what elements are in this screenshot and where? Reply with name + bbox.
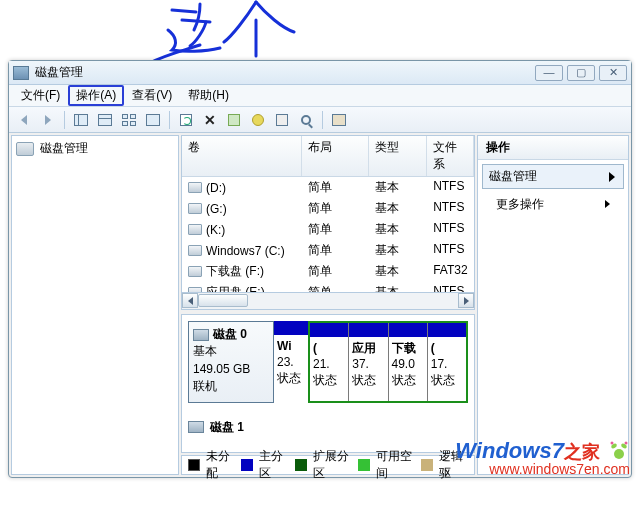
volume-layout: 简单 [302,220,368,239]
volume-type: 基本 [369,220,427,239]
view-split-v-button[interactable] [70,110,92,130]
disk-management-window: 磁盘管理 — ▢ ✕ 文件(F) 操作(A) 查看(V) 帮助(H) ✕ [8,60,632,478]
volume-type: 基本 [369,262,427,281]
legend-free: 可用空间 [376,448,415,482]
volume-layout: 简单 [302,241,368,260]
col-volume[interactable]: 卷 [182,136,302,176]
maximize-button[interactable]: ▢ [567,65,595,81]
volume-type: 基本 [369,178,427,197]
part-name: 下载 [392,341,416,355]
disk-icon [193,329,209,341]
volume-fs: NTFS [427,220,474,239]
minimize-button[interactable]: — [535,65,563,81]
part-size: 49.0 [392,357,415,371]
volume-row[interactable]: (D:)简单基本NTFS [182,177,474,198]
disk0-part[interactable]: 应用37.状态 [348,323,387,401]
volume-row[interactable]: Windows7 (C:)简单基本NTFS [182,240,474,261]
legend-unalloc: 未分配 [206,448,235,482]
volume-header: 卷 布局 类型 文件系 [182,136,474,177]
properties-button[interactable] [223,110,245,130]
volume-row[interactable]: (K:)简单基本NTFS [182,219,474,240]
volume-fs: NTFS [427,283,474,292]
find-button[interactable] [295,110,317,130]
help-button[interactable] [247,110,269,130]
view-pane-button[interactable] [142,110,164,130]
refresh-button[interactable] [175,110,197,130]
col-type[interactable]: 类型 [369,136,427,176]
tree-root-label: 磁盘管理 [40,140,88,157]
forward-button[interactable] [37,110,59,130]
actions-more[interactable]: 更多操作 [478,193,628,216]
volume-row[interactable]: 下载盘 (F:)简单基本FAT32 [182,261,474,282]
nav-tree: 磁盘管理 [11,135,179,475]
back-button[interactable] [13,110,35,130]
volume-fs: NTFS [427,199,474,218]
volume-fs: NTFS [427,178,474,197]
disk0-info[interactable]: 磁盘 0 基本 149.05 GB 联机 [188,321,274,403]
disk1-info[interactable]: 磁盘 1 [188,417,468,437]
volume-fs: FAT32 [427,262,474,281]
chevron-right-icon [605,200,610,208]
disk0-name: 磁盘 0 [213,327,247,341]
app-icon [13,66,29,80]
tree-root[interactable]: 磁盘管理 [16,140,174,157]
col-layout[interactable]: 布局 [302,136,368,176]
delete-button[interactable]: ✕ [199,110,221,130]
volume-row[interactable]: (G:)简单基本NTFS [182,198,474,219]
actions-selected-label: 磁盘管理 [489,168,537,185]
view-tiles-button[interactable] [118,110,140,130]
view-split-h-button[interactable] [94,110,116,130]
col-fs[interactable]: 文件系 [427,136,474,176]
volume-row[interactable]: 应用盘 (E:)简单基本NTFS [182,282,474,292]
volume-table: 卷 布局 类型 文件系 (D:)简单基本NTFS(G:)简单基本NTFS(K:)… [181,135,475,293]
volume-name: 应用盘 (E:) [206,284,265,292]
menu-view[interactable]: 查看(V) [124,85,180,106]
part-status: 状态 [313,373,337,387]
legend-swatch-logical [421,459,433,471]
volume-name: 下载盘 (F:) [206,263,264,280]
part-size: 37. [352,357,369,371]
menu-action[interactable]: 操作(A) [68,85,124,106]
volume-layout: 简单 [302,199,368,218]
disk0-part[interactable]: (17.状态 [427,323,466,401]
disk1-name: 磁盘 1 [210,419,244,436]
volume-icon [188,203,202,214]
volume-layout: 简单 [302,283,368,292]
disk0-status: 联机 [193,378,269,395]
volume-type: 基本 [369,283,427,292]
menu-help[interactable]: 帮助(H) [180,85,237,106]
disk-graphical-view: 磁盘 0 基本 149.05 GB 联机 Wi 23. 状态 [181,314,475,453]
disk0-part[interactable]: 下载49.0状态 [388,323,427,401]
view-last-button[interactable] [328,110,350,130]
part-size: 21. [313,357,330,371]
volume-type: 基本 [369,199,427,218]
volume-icon [188,287,202,292]
volume-icon [188,245,202,256]
close-button[interactable]: ✕ [599,65,627,81]
legend-swatch-unalloc [188,459,200,471]
legend-swatch-extended [295,459,307,471]
actions-selected[interactable]: 磁盘管理 [482,164,624,189]
legend: 未分配 主分区 扩展分区 可用空间 逻辑驱 [181,455,475,475]
settings-button[interactable] [271,110,293,130]
legend-swatch-primary [241,459,253,471]
part-name: Wi [277,339,292,353]
disk0-kind: 基本 [193,343,269,360]
volume-h-scrollbar[interactable] [181,293,475,310]
volume-fs: NTFS [427,241,474,260]
legend-logical: 逻辑驱 [439,448,468,482]
part-status: 状态 [431,373,455,387]
disk0-part[interactable]: (21.状态 [310,323,348,401]
disk0-part[interactable]: Wi 23. 状态 [274,321,308,403]
part-status: 状态 [392,373,416,387]
part-name: ( [313,341,317,355]
volume-layout: 简单 [302,262,368,281]
menu-file[interactable]: 文件(F) [13,85,68,106]
part-status: 状态 [352,373,376,387]
volume-icon [188,224,202,235]
volume-layout: 简单 [302,178,368,197]
actions-more-label: 更多操作 [496,197,544,211]
volume-name: (K:) [206,223,225,237]
volume-name: Windows7 (C:) [206,244,285,258]
part-status: 状态 [277,371,301,385]
